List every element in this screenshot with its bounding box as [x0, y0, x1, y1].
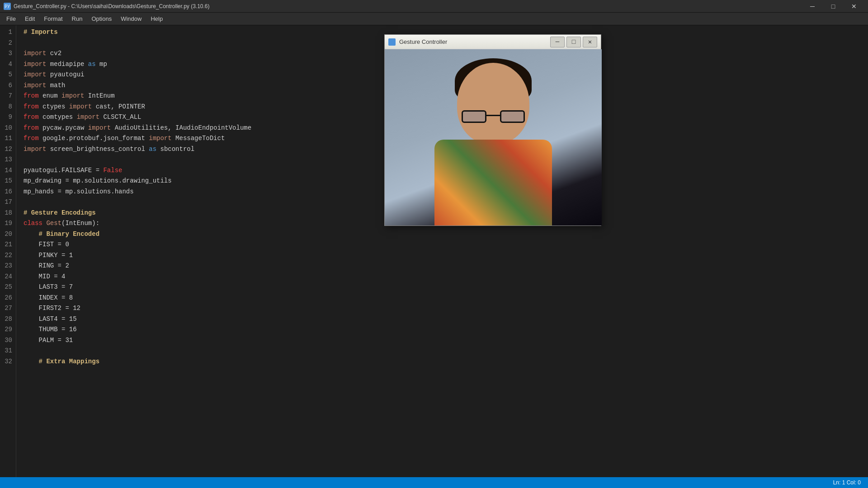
- code-segment: (IntEnum):: [61, 220, 99, 227]
- menu-item-window[interactable]: Window: [116, 14, 146, 24]
- code-line: THUMB = 16: [24, 324, 868, 335]
- code-segment: google.protobuf.json_format: [39, 135, 149, 142]
- code-segment: PINKY = 1: [24, 252, 73, 259]
- glass-bridge: [486, 115, 500, 116]
- minimize-button[interactable]: ─: [802, 0, 823, 13]
- line-number: 6: [4, 80, 12, 91]
- line-number: 14: [4, 165, 12, 176]
- code-segment: PALM = 31: [24, 337, 73, 344]
- gesture-content: [385, 49, 602, 225]
- code-line: [24, 346, 868, 357]
- line-number: 25: [4, 282, 12, 293]
- line-number: 22: [4, 250, 12, 261]
- menu-item-edit[interactable]: Edit: [20, 14, 39, 24]
- code-segment: INDEX = 8: [24, 294, 73, 301]
- glass-right: [500, 110, 525, 123]
- line-number: 11: [4, 133, 12, 144]
- code-line: FIRST2 = 12: [24, 303, 868, 314]
- code-line: LAST3 = 7: [24, 282, 868, 293]
- gesture-controller-window[interactable]: Gesture Controller ─ □ ✕: [384, 34, 601, 226]
- code-segment: CLSCTX_ALL: [99, 113, 141, 121]
- app-icon: py: [4, 3, 11, 10]
- gesture-maximize-button[interactable]: □: [566, 37, 581, 47]
- code-segment: THUMB = 16: [24, 326, 77, 333]
- line-number: 30: [4, 335, 12, 346]
- code-line: FIST = 0: [24, 239, 868, 250]
- gesture-minimize-button[interactable]: ─: [550, 37, 565, 47]
- code-segment: LAST4 = 15: [24, 315, 77, 323]
- code-segment: as: [88, 61, 96, 68]
- code-segment: screen_brightness_control: [46, 145, 149, 153]
- menu-item-run[interactable]: Run: [67, 14, 87, 24]
- line-number: 7: [4, 91, 12, 102]
- code-segment: cast, POINTER: [92, 103, 145, 110]
- code-segment: enum: [39, 92, 61, 99]
- code-line: RING = 2: [24, 261, 868, 272]
- code-segment: as: [149, 145, 156, 153]
- code-line: # Binary Encoded: [24, 229, 868, 240]
- code-segment: pyautogui.FAILSAFE =: [24, 167, 103, 174]
- code-segment: import: [61, 92, 84, 99]
- code-segment: # Binary Encoded: [24, 230, 99, 238]
- maximize-button[interactable]: □: [823, 0, 844, 13]
- code-segment: FIRST2 = 12: [24, 305, 80, 312]
- line-number: 13: [4, 155, 12, 165]
- code-segment: # Extra Mappings: [24, 358, 99, 365]
- menu-item-file[interactable]: File: [2, 14, 20, 24]
- person-glasses: [462, 110, 525, 124]
- cursor-position: Ln: 1 Col: 0: [833, 479, 861, 486]
- code-segment: import: [24, 145, 46, 153]
- code-segment: math: [46, 82, 65, 89]
- person-body: [434, 140, 552, 225]
- line-number: 8: [4, 102, 12, 113]
- code-segment: MID = 4: [24, 273, 65, 280]
- code-segment: IntEnum: [84, 92, 114, 99]
- code-segment: pyautogui: [46, 71, 84, 78]
- code-segment: from: [24, 92, 39, 99]
- code-segment: mp_hands = mp.solutions.hands: [24, 188, 134, 195]
- close-button[interactable]: ✕: [844, 0, 864, 13]
- code-segment: mediapipe: [46, 61, 88, 68]
- line-number: 16: [4, 187, 12, 197]
- line-number: 19: [4, 218, 12, 229]
- code-segment: from: [24, 124, 39, 131]
- code-segment: LAST3 = 7: [24, 283, 73, 291]
- code-line: PINKY = 1: [24, 250, 868, 261]
- line-number: 27: [4, 303, 12, 314]
- line-number: 29: [4, 324, 12, 335]
- gesture-titlebar: Gesture Controller ─ □ ✕: [385, 35, 601, 49]
- code-segment: ctypes: [39, 103, 69, 110]
- gesture-close-button[interactable]: ✕: [583, 37, 597, 47]
- window-controls: ─ □ ✕: [802, 0, 864, 13]
- code-segment: import: [24, 71, 46, 78]
- line-number: 10: [4, 123, 12, 134]
- line-number: 28: [4, 314, 12, 325]
- code-segment: Gest: [46, 220, 61, 227]
- code-segment: False: [103, 167, 122, 174]
- code-segment: RING = 2: [24, 262, 69, 269]
- line-number: 15: [4, 176, 12, 187]
- menu-bar: FileEditFormatRunOptionsWindowHelp: [0, 13, 868, 25]
- line-number: 9: [4, 112, 12, 123]
- glass-left: [462, 110, 486, 123]
- code-segment: comtypes: [39, 113, 77, 121]
- line-number: 5: [4, 70, 12, 80]
- line-number: 4: [4, 59, 12, 70]
- line-number: 32: [4, 357, 12, 367]
- code-segment: import: [24, 50, 46, 57]
- line-number: 1: [4, 27, 12, 38]
- title-bar: py Gesture_Controller.py - C:\Users\saih…: [0, 0, 868, 13]
- code-line: LAST4 = 15: [24, 314, 868, 325]
- code-segment: # Gesture Encodings: [24, 209, 96, 216]
- menu-item-help[interactable]: Help: [146, 14, 167, 24]
- code-line: PALM = 31: [24, 335, 868, 346]
- code-segment: from: [24, 103, 39, 110]
- line-number: 31: [4, 346, 12, 357]
- status-bar: Ln: 1 Col: 0: [0, 477, 868, 488]
- menu-item-format[interactable]: Format: [39, 14, 67, 24]
- code-line: # Extra Mappings: [24, 357, 868, 367]
- person-head: [457, 63, 529, 144]
- code-segment: import: [24, 82, 46, 89]
- code-segment: pycaw.pycaw: [39, 124, 88, 131]
- menu-item-options[interactable]: Options: [87, 14, 116, 24]
